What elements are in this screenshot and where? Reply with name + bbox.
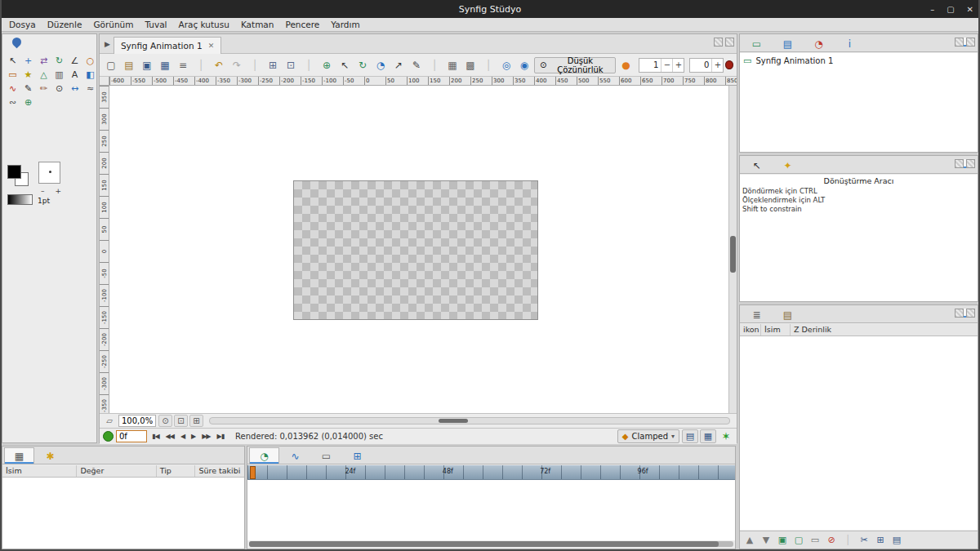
panel-grip[interactable]	[955, 159, 964, 168]
keyframes-tab[interactable]: ▭	[311, 447, 341, 464]
spin-minus-button[interactable]: −	[661, 59, 672, 72]
text-tool[interactable]: A	[67, 68, 82, 82]
canvas-tree-item[interactable]: ▭ Synfig Animation 1	[740, 53, 978, 69]
params-tab[interactable]: ▦	[4, 447, 34, 464]
quality-button[interactable]: ◎	[498, 57, 514, 73]
animate-mode-button[interactable]: ✶	[719, 430, 733, 442]
vertical-scrollbar-thumb[interactable]	[730, 236, 736, 273]
duplicate-layer-button[interactable]: ⊞	[265, 57, 281, 73]
panel-grip[interactable]	[714, 38, 723, 47]
render-button[interactable]: ▤	[682, 429, 698, 443]
close-tab-icon[interactable]: ✕	[208, 42, 215, 50]
grid-show-button[interactable]: ▦	[444, 57, 461, 73]
scale-tool[interactable]: ∠	[67, 54, 82, 68]
interpolation-dropdown[interactable]: ◆ Clamped ▾	[617, 429, 679, 443]
menu-item[interactable]: Görünüm	[87, 19, 139, 30]
next-frame-button[interactable]: ▶▶	[199, 430, 212, 443]
canvas-tab[interactable]: Synfig Animation 1 ✕	[114, 37, 221, 54]
menu-item[interactable]: Tuval	[139, 19, 172, 30]
decrease-size-button[interactable]: –	[41, 187, 45, 195]
canvas-artboard[interactable]	[293, 180, 538, 320]
current-time-input[interactable]	[116, 430, 147, 442]
refresh-button[interactable]: ↻	[354, 57, 371, 73]
canvases-tab[interactable]: ▭	[742, 35, 772, 51]
menu-item[interactable]: Araç kutusu	[173, 19, 235, 30]
menu-item[interactable]: Düzenle	[42, 19, 88, 30]
undo-button[interactable]: ↶	[211, 57, 227, 73]
pencil-button[interactable]: ✎	[408, 57, 425, 73]
grid-snap-button[interactable]: ▩	[462, 57, 479, 73]
prev-keyframe-button[interactable]: ◀◀	[163, 430, 176, 443]
star-tool[interactable]: ★	[20, 68, 36, 82]
smooth-move-tool[interactable]: +	[20, 54, 36, 68]
save-button[interactable]: ▣	[139, 57, 155, 73]
sketch-tool[interactable]: ≈	[82, 82, 98, 96]
draw-tool[interactable]: ✎	[20, 82, 36, 96]
timetrack-scrollbar[interactable]	[249, 541, 733, 547]
canvas-area[interactable]	[109, 86, 728, 413]
layers-tab[interactable]: ≣	[742, 306, 772, 322]
close-button[interactable]: ✕	[967, 5, 973, 14]
future-frames-value[interactable]: 0	[690, 60, 711, 69]
toolbar-separator[interactable]: │	[426, 57, 443, 73]
lasso-tool[interactable]: ∾	[5, 96, 20, 109]
open-button[interactable]: ▤	[121, 57, 137, 73]
prev-frame-button[interactable]: ◀	[178, 430, 187, 443]
panel-grip[interactable]	[966, 309, 975, 318]
toolbar-separator[interactable]: │	[840, 533, 855, 547]
panel-grip[interactable]	[955, 38, 964, 47]
toolbar-separator[interactable]: │	[247, 57, 263, 73]
gradient-tool[interactable]: ▥	[51, 68, 67, 82]
horizontal-ruler[interactable]: -600-550-500-450-400-350-300-250-200-150…	[109, 77, 737, 85]
palette-tab[interactable]: ✦	[773, 157, 803, 173]
new-doc-button[interactable]: ▢	[103, 57, 119, 73]
preview-quality-button[interactable]: ◉	[516, 57, 532, 73]
menu-item[interactable]: Katman	[235, 19, 280, 30]
mirror-tool[interactable]: ⇄	[36, 54, 51, 68]
new-group-button[interactable]: ▣	[775, 533, 790, 547]
rotate-tool[interactable]: ↻	[51, 54, 67, 68]
spin-plus-button[interactable]: +	[711, 59, 723, 72]
raise-layer-button[interactable]: ▲	[742, 533, 757, 547]
brush-tool[interactable]: ✏	[36, 82, 51, 96]
paste-button[interactable]: ▤	[889, 533, 904, 547]
low-res-button[interactable]: ⊙ Düşük Çözünürlük	[534, 57, 616, 73]
time-button[interactable]: ◔	[372, 57, 389, 73]
onion-skin-button[interactable]: ●	[617, 57, 634, 73]
panel-grip[interactable]	[966, 159, 975, 168]
delete-layer-button[interactable]: ⊘	[824, 533, 839, 547]
seek-begin-button[interactable]: ▮◀	[149, 430, 162, 443]
menu-item[interactable]: Dosya	[3, 19, 42, 30]
history-tab[interactable]: ◔	[804, 35, 834, 51]
seek-end-button[interactable]: ▶▮	[215, 430, 227, 443]
spline-tool[interactable]: ∿	[5, 82, 20, 96]
eyedrop-tool[interactable]: ⊙	[51, 82, 67, 96]
time-cursor[interactable]	[250, 466, 256, 479]
spin-plus-button[interactable]: +	[672, 59, 684, 72]
keyframe-lock-button[interactable]	[103, 431, 114, 442]
timetrack-scrollbar-thumb[interactable]	[249, 541, 719, 547]
outline-width-preview[interactable]	[38, 162, 60, 184]
new-layer-button[interactable]: ▢	[791, 533, 806, 547]
pointer-pen-button[interactable]: ↗	[390, 57, 407, 73]
panel-grip[interactable]	[955, 309, 964, 318]
curves-tab[interactable]: ∿	[280, 447, 310, 464]
play-button[interactable]: ▶	[189, 430, 198, 443]
vertical-scrollbar[interactable]	[728, 86, 737, 413]
tool-options-tab[interactable]: ↖	[742, 157, 772, 173]
fill-tool[interactable]: ◧	[82, 68, 98, 82]
panel-collapse-arrow-icon[interactable]: ▶	[101, 40, 114, 48]
copy-button[interactable]: ⊞	[873, 533, 888, 547]
rectangle-tool[interactable]: ▭	[5, 68, 20, 82]
zoom-fit-button[interactable]: ⊙	[158, 415, 172, 427]
redo-button[interactable]: ↷	[229, 57, 245, 73]
horizontal-scrollbar-thumb[interactable]	[439, 419, 468, 423]
stop-button[interactable]	[725, 60, 733, 69]
params-list[interactable]	[2, 478, 244, 549]
increase-size-button[interactable]: +	[56, 187, 62, 195]
toolbar-separator[interactable]: │	[193, 57, 209, 73]
save-as-button[interactable]: ▦	[157, 57, 173, 73]
library-tab[interactable]: ▤	[773, 35, 803, 51]
menu-item[interactable]: Pencere	[279, 19, 325, 30]
maximize-button[interactable]: ▢	[947, 5, 954, 14]
